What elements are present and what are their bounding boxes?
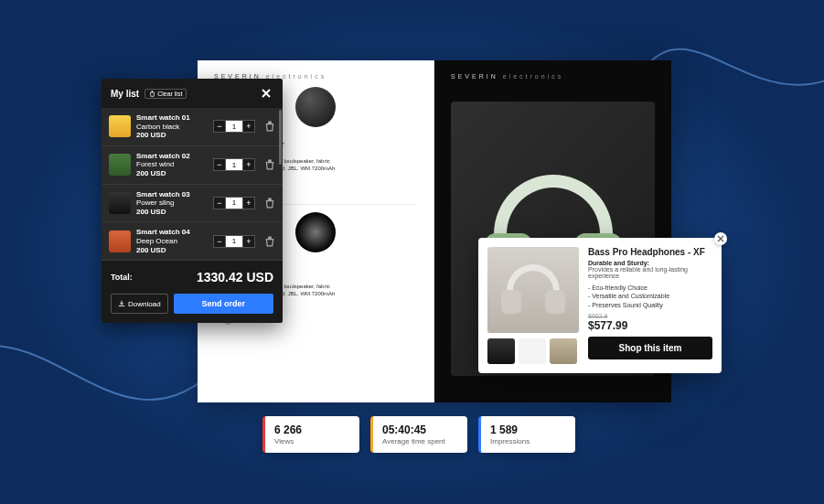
quantity-stepper: −1+: [213, 158, 255, 171]
my-list-actions: Download Send order: [102, 294, 283, 323]
thumbnail[interactable]: [550, 338, 577, 364]
list-item: Smart watch 02Forest wind200 USD−1+: [102, 146, 283, 185]
qty-decrement-button[interactable]: −: [213, 197, 226, 209]
popover-subhead: Durable and Sturdy:: [588, 260, 712, 266]
trash-icon[interactable]: [264, 159, 275, 170]
qty-increment-button[interactable]: +: [242, 158, 255, 171]
close-icon: [260, 87, 273, 100]
product-image-speaker: [295, 212, 336, 252]
qty-value: 1: [226, 235, 242, 248]
price: $577.99: [588, 319, 712, 332]
my-list-title: My list: [111, 89, 139, 99]
my-list-header: My list Clear list: [102, 79, 283, 108]
total-amount: 1330.42 USD: [197, 270, 273, 284]
item-color: Carbon black: [136, 123, 208, 132]
trash-icon[interactable]: [264, 121, 275, 132]
qty-value: 1: [226, 197, 242, 209]
popover-close-button[interactable]: [714, 232, 727, 245]
stat-label: Average time spent: [382, 437, 456, 445]
qty-increment-button[interactable]: +: [242, 120, 255, 133]
quantity-stepper: −1+: [213, 235, 255, 248]
popover-bullets: - Eco-friendly Choice - Versatile and Cu…: [588, 284, 712, 309]
scrollbar-thumb[interactable]: [279, 110, 282, 165]
item-price: 200 USD: [136, 169, 208, 178]
product-image-sphere: [295, 87, 336, 127]
close-icon: [717, 235, 724, 242]
popover-thumbnails: [487, 338, 579, 364]
item-thumbnail: [109, 115, 131, 137]
popover-description: Provides a reliable and long-lasting exp…: [588, 266, 712, 279]
item-name: Smart watch 04: [136, 228, 208, 237]
item-thumbnail: [109, 192, 131, 214]
stat-value: 05:40:45: [382, 424, 456, 436]
old-price: $602.9: [588, 313, 712, 319]
item-color: Power sling: [136, 198, 208, 208]
item-info: Smart watch 01Carbon black200 USD: [136, 113, 208, 140]
trash-icon[interactable]: [264, 236, 275, 247]
stat-value: 1 589: [490, 424, 564, 436]
popover-details: Bass Pro Headphones - XF Durable and Stu…: [588, 247, 712, 364]
list-item: Smart watch 04Deep Ocean200 USD−1+: [102, 222, 283, 261]
qty-decrement-button[interactable]: −: [213, 235, 226, 248]
popover-gallery: [487, 247, 579, 364]
qty-decrement-button[interactable]: −: [213, 158, 226, 171]
item-name: Smart watch 03: [136, 190, 208, 199]
item-name: Smart watch 01: [136, 113, 208, 123]
download-icon: [118, 300, 125, 307]
brand-line: SEVERIN electronics: [451, 73, 655, 80]
item-price: 200 USD: [136, 131, 208, 140]
brand-suffix: electronics: [503, 73, 563, 80]
clear-list-button[interactable]: Clear list: [144, 89, 187, 99]
send-order-button[interactable]: Send order: [174, 294, 273, 314]
item-color: Deep Ocean: [136, 237, 208, 246]
my-list-panel: My list Clear list Smart watch 01Carbon …: [102, 79, 283, 323]
qty-decrement-button[interactable]: −: [213, 120, 226, 133]
thumbnail[interactable]: [519, 338, 546, 364]
item-color: Forest wind: [136, 160, 208, 169]
my-list-body: Smart watch 01Carbon black200 USD−1+Smar…: [102, 108, 283, 261]
item-info: Smart watch 02Forest wind200 USD: [136, 152, 208, 178]
brand-name: SEVERIN: [451, 73, 498, 80]
total-row: Total: 1330.42 USD: [102, 261, 283, 294]
stat-card-views: 6 266 Views: [262, 416, 359, 453]
shop-item-button[interactable]: Shop this item: [588, 337, 712, 359]
qty-value: 1: [226, 158, 242, 171]
quantity-stepper: −1+: [213, 197, 255, 209]
qty-value: 1: [226, 120, 242, 133]
item-info: Smart watch 04Deep Ocean200 USD: [136, 228, 208, 254]
stat-label: Impressions: [490, 437, 564, 445]
popover-main-image: [487, 247, 579, 333]
stats-row: 6 266 Views 05:40:45 Average time spent …: [262, 416, 575, 453]
product-popover: Bass Pro Headphones - XF Durable and Stu…: [478, 238, 722, 373]
thumbnail[interactable]: [487, 338, 515, 364]
item-name: Smart watch 02: [136, 152, 208, 161]
download-button[interactable]: Download: [111, 294, 168, 314]
stat-label: Views: [274, 437, 348, 445]
list-item: Smart watch 03Power sling200 USD−1+: [102, 185, 283, 223]
qty-increment-button[interactable]: +: [242, 197, 255, 209]
item-info: Smart watch 03Power sling200 USD: [136, 190, 208, 217]
item-price: 200 USD: [136, 208, 208, 217]
item-thumbnail: [109, 154, 131, 176]
item-thumbnail: [109, 231, 131, 252]
popover-title: Bass Pro Headphones - XF: [588, 247, 712, 257]
trash-icon[interactable]: [264, 198, 275, 209]
stat-card-time: 05:40:45 Average time spent: [370, 416, 467, 453]
stat-card-impressions: 1 589 Impressions: [478, 416, 575, 453]
item-price: 200 USD: [136, 246, 208, 255]
list-item: Smart watch 01Carbon black200 USD−1+: [102, 108, 283, 146]
close-button[interactable]: [259, 86, 273, 101]
qty-increment-button[interactable]: +: [242, 235, 255, 248]
trash-icon: [149, 91, 155, 97]
stat-value: 6 266: [274, 424, 348, 436]
quantity-stepper: −1+: [213, 120, 255, 133]
total-label: Total:: [111, 273, 133, 282]
